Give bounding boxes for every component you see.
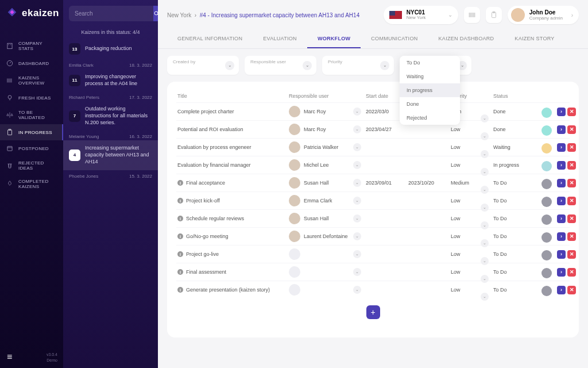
delete-button[interactable]: ✕ <box>567 179 576 187</box>
tab-kaizen-dashboard[interactable]: KAIZEN DASHBOARD <box>428 30 505 48</box>
filter-priority[interactable]: Priority⌄ <box>322 56 394 75</box>
move-button[interactable]: › <box>557 143 566 152</box>
tab-kaizen-story[interactable]: KAIZEN STORY <box>504 30 564 48</box>
delete-button[interactable]: ✕ <box>567 125 576 134</box>
tab-workflow[interactable]: WORKFLOW <box>307 30 361 48</box>
responsible-user-select[interactable]: Marc Roy⌄ <box>289 106 363 117</box>
status-select[interactable]: In progress <box>493 162 539 168</box>
nav-item-completed-kaizens[interactable]: COMPLETED KAIZENS <box>0 175 63 193</box>
breadcrumb-id[interactable]: #4 <box>200 12 206 18</box>
user-menu[interactable]: John Doe Company admin › <box>508 6 579 24</box>
status-select[interactable]: To Do <box>493 269 539 275</box>
search-input[interactable] <box>69 6 153 21</box>
start-date[interactable]: 2023/04/27 <box>366 126 406 132</box>
dropdown-option[interactable]: In progress <box>400 83 460 97</box>
priority-select[interactable]: Low⌄ <box>451 126 491 132</box>
priority-select[interactable]: Low⌄ <box>451 198 491 204</box>
responsible-user-select[interactable]: Michel Lee⌄ <box>289 159 363 171</box>
dropdown-option[interactable]: Waiting <box>400 70 460 83</box>
nav-item-in-progress[interactable]: IN PROGRESS <box>0 124 63 140</box>
nav-item-to-be-validated[interactable]: TO BE VALIDATED <box>0 106 63 124</box>
status-select[interactable]: Done <box>493 126 539 132</box>
barcode-button[interactable] <box>464 7 480 23</box>
responsible-user-select[interactable]: Emma Clark⌄ <box>289 195 363 206</box>
nav-item-fresh-ideas[interactable]: FRESH IDEAS <box>0 90 63 106</box>
breadcrumb-loc[interactable]: New York <box>167 12 191 18</box>
status-select[interactable]: Waiting <box>493 144 539 150</box>
responsible-user-select[interactable]: Patricia Walker⌄ <box>289 141 363 153</box>
move-button[interactable]: › <box>557 108 566 116</box>
delete-button[interactable]: ✕ <box>567 268 576 277</box>
responsible-user-select[interactable]: Susan Hall⌄ <box>289 213 363 224</box>
filter-created-by[interactable]: Created by⌄ <box>167 56 239 75</box>
breadcrumb-title[interactable]: Increasing supermarket capacity between … <box>211 12 360 18</box>
delete-button[interactable]: ✕ <box>567 197 576 205</box>
info-icon[interactable]: i <box>177 180 183 186</box>
nav-item-company-stats[interactable]: COMPANY STATS <box>0 37 63 55</box>
kaizen-item[interactable]: 7 Outdated working instructions for all … <box>63 101 158 131</box>
move-button[interactable]: › <box>557 268 566 277</box>
kaizen-item[interactable]: 11 Improving changeover process at the A… <box>63 69 158 91</box>
info-icon[interactable]: i <box>177 233 183 239</box>
priority-select[interactable]: Low⌄ <box>451 233 491 239</box>
dropdown-option[interactable]: Done <box>400 97 460 111</box>
delete-button[interactable]: ✕ <box>567 232 576 241</box>
status-select[interactable]: To Do <box>493 233 539 239</box>
filter-responsible-user[interactable]: Responsible user⌄ <box>245 56 316 75</box>
kaizen-item[interactable]: 13 Packaging reduction <box>63 39 158 59</box>
status-select[interactable]: To Do <box>493 251 539 257</box>
responsible-user-select[interactable]: Susan Hall⌄ <box>289 177 363 189</box>
move-button[interactable]: › <box>557 197 566 205</box>
move-button[interactable]: › <box>557 179 566 187</box>
start-date[interactable]: 2023/09/01 <box>366 180 406 186</box>
move-button[interactable]: › <box>557 161 566 170</box>
priority-select[interactable]: Low⌄ <box>451 287 491 293</box>
dropdown-option[interactable]: To Do <box>400 56 460 70</box>
add-row-button[interactable]: + <box>366 305 380 319</box>
priority-select[interactable]: Low⌄ <box>451 144 491 150</box>
info-icon[interactable]: i <box>177 216 183 221</box>
tab-communication[interactable]: COMMUNICATION <box>361 30 428 48</box>
end-date[interactable]: 2023/10/20 <box>408 180 448 186</box>
nav-item-rejected-ideas[interactable]: REJECTED IDEAS <box>0 156 63 175</box>
move-button[interactable]: › <box>557 125 566 134</box>
nav-item-postponed[interactable]: POSTPONED <box>0 140 63 156</box>
delete-button[interactable]: ✕ <box>567 286 576 294</box>
clipboard-button[interactable] <box>486 7 502 23</box>
delete-button[interactable]: ✕ <box>567 143 576 152</box>
priority-select[interactable]: Low⌄ <box>451 216 491 221</box>
nav-item-dashboard[interactable]: DASHBOARD <box>0 55 63 71</box>
tab-evaluation[interactable]: EVALUATION <box>253 30 307 48</box>
info-icon[interactable]: i <box>177 251 183 257</box>
dropdown-option[interactable]: Rejected <box>400 111 460 125</box>
kaizen-item[interactable]: 4 Increasing supermarket capacity betwee… <box>63 140 158 170</box>
nav-item-kaizens-overview[interactable]: KAIZENS OVERVIEW <box>0 71 63 90</box>
info-icon[interactable]: i <box>177 287 183 293</box>
responsible-user-select[interactable]: Laurent Defontaine⌄ <box>289 231 363 242</box>
responsible-user-select[interactable]: ⌄ <box>289 284 363 296</box>
delete-button[interactable]: ✕ <box>567 108 576 116</box>
move-button[interactable]: › <box>557 286 566 294</box>
status-select[interactable]: To Do <box>493 180 539 186</box>
delete-button[interactable]: ✕ <box>567 161 576 170</box>
delete-button[interactable]: ✕ <box>567 250 576 259</box>
priority-select[interactable]: Low⌄ <box>451 269 491 275</box>
info-icon[interactable]: i <box>177 269 183 275</box>
status-select[interactable]: To Do <box>493 198 539 204</box>
move-button[interactable]: › <box>557 214 566 223</box>
priority-select[interactable]: Low⌄ <box>451 162 491 168</box>
responsible-user-select[interactable]: Marc Roy⌄ <box>289 124 363 135</box>
status-select[interactable]: To Do <box>493 216 539 221</box>
info-icon[interactable]: i <box>177 198 183 204</box>
delete-button[interactable]: ✕ <box>567 214 576 223</box>
priority-select[interactable]: Medium⌄ <box>451 180 491 186</box>
move-button[interactable]: › <box>557 232 566 241</box>
responsible-user-select[interactable]: ⌄ <box>289 266 363 278</box>
tab-general-information[interactable]: GENERAL INFORMATION <box>167 30 253 48</box>
move-button[interactable]: › <box>557 250 566 259</box>
status-select[interactable]: To Do <box>493 287 539 293</box>
responsible-user-select[interactable]: ⌄ <box>289 248 363 260</box>
priority-select[interactable]: Low⌄ <box>451 251 491 257</box>
location-selector[interactable]: NYC01 New York ⌄ <box>384 6 458 24</box>
status-select[interactable]: Done <box>493 109 539 114</box>
